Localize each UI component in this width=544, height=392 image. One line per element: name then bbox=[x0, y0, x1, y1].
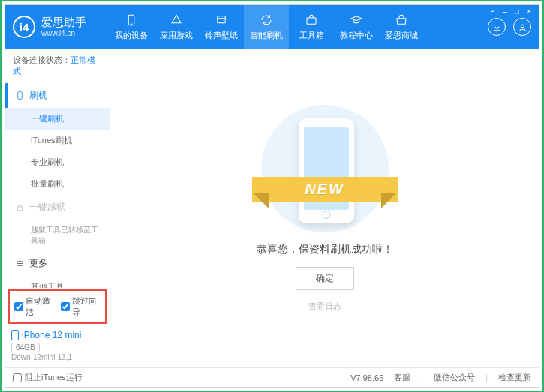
ribbon-text: NEW bbox=[305, 181, 344, 198]
sidebar-item-itunes[interactable]: iTunes刷机 bbox=[5, 130, 110, 151]
confirm-button[interactable]: 确定 bbox=[296, 267, 354, 290]
nav-toolbox[interactable]: 工具箱 bbox=[289, 5, 334, 49]
footer: 阻止iTunes运行 V7.98.66 客服 | 微信公众号 | 检查更新 bbox=[5, 367, 539, 387]
close-icon[interactable]: × bbox=[524, 7, 534, 16]
nav-label: 爱思商城 bbox=[385, 30, 418, 41]
window-controls: ≡ – □ × bbox=[488, 7, 534, 16]
sidebar-item-batch[interactable]: 批量刷机 bbox=[5, 173, 110, 195]
store-icon bbox=[395, 13, 408, 27]
nav-label: 铃声壁纸 bbox=[205, 30, 238, 41]
success-message: 恭喜您，保资料刷机成功啦！ bbox=[257, 243, 393, 256]
block-itunes-checkbox[interactable]: 阻止iTunes运行 bbox=[13, 372, 83, 383]
svg-rect-2 bbox=[218, 16, 226, 22]
section-more[interactable]: 更多 bbox=[5, 251, 110, 276]
option-checkboxes: 自动激活 跳过向导 bbox=[8, 289, 107, 324]
nav-label: 智能刷机 bbox=[250, 30, 283, 41]
section-flash[interactable]: 刷机 bbox=[5, 83, 110, 108]
section-jailbreak: 一键越狱 bbox=[5, 195, 110, 220]
phone-illustration-icon bbox=[299, 118, 354, 223]
brand: i4 爱思助手 www.i4.cn bbox=[5, 5, 109, 49]
phone-icon bbox=[125, 13, 138, 27]
svg-point-4 bbox=[521, 24, 524, 27]
sidebar-item-oneclick[interactable]: 一键刷机 bbox=[5, 108, 110, 130]
view-log-link[interactable]: 查看日志 bbox=[308, 301, 341, 312]
checkbox-label: 自动激活 bbox=[26, 295, 55, 318]
refresh-icon bbox=[260, 13, 273, 27]
check-update-link[interactable]: 检查更新 bbox=[498, 372, 531, 383]
device-storage-badge: 64GB bbox=[11, 343, 40, 352]
block-itunes-input[interactable] bbox=[13, 373, 22, 382]
auto-activate-input[interactable] bbox=[14, 302, 23, 311]
music-icon bbox=[215, 13, 228, 27]
nav-ringtones[interactable]: 铃声壁纸 bbox=[199, 5, 244, 49]
connection-status: 设备连接状态：正常模式 bbox=[5, 49, 110, 83]
nav-apps[interactable]: 应用游戏 bbox=[154, 5, 199, 49]
sidebar-item-pro[interactable]: 专业刷机 bbox=[5, 151, 110, 173]
download-button[interactable] bbox=[488, 18, 506, 36]
device-name: iPhone 12 mini bbox=[11, 330, 104, 340]
wechat-link[interactable]: 微信公众号 bbox=[434, 372, 475, 383]
service-link[interactable]: 客服 bbox=[394, 372, 410, 383]
skip-setup-input[interactable] bbox=[61, 302, 70, 311]
sidebar-item-other[interactable]: 其他工具 bbox=[5, 276, 110, 288]
nav-label: 教程中心 bbox=[340, 30, 373, 41]
graduation-icon bbox=[350, 13, 363, 27]
top-nav: 我的设备 应用游戏 铃声壁纸 智能刷机 工具箱 教程中心 bbox=[109, 5, 480, 49]
apps-icon bbox=[170, 13, 183, 27]
success-illustration: NEW bbox=[261, 105, 389, 232]
checkbox-label: 跳过向导 bbox=[72, 295, 101, 318]
nav-label: 工具箱 bbox=[299, 30, 324, 41]
user-button[interactable] bbox=[513, 18, 531, 36]
new-ribbon: NEW bbox=[252, 177, 398, 202]
main-panel: NEW 恭喜您，保资料刷机成功啦！ 确定 查看日志 bbox=[110, 49, 539, 367]
section-label: 更多 bbox=[29, 257, 47, 270]
max-icon[interactable]: □ bbox=[512, 7, 522, 16]
version-label: V7.98.66 bbox=[350, 373, 383, 382]
nav-store[interactable]: 爱思商城 bbox=[379, 5, 424, 49]
nav-tutorials[interactable]: 教程中心 bbox=[334, 5, 379, 49]
auto-activate-checkbox[interactable]: 自动激活 bbox=[14, 295, 55, 318]
nav-label: 我的设备 bbox=[115, 30, 148, 41]
brand-logo-icon: i4 bbox=[13, 16, 35, 38]
menu-icon[interactable]: ≡ bbox=[488, 7, 498, 16]
device-info[interactable]: iPhone 12 mini 64GB Down-12mini-13,1 bbox=[5, 325, 110, 367]
brand-name: 爱思助手 bbox=[41, 16, 86, 29]
status-label: 设备连接状态： bbox=[13, 55, 71, 64]
section-label: 刷机 bbox=[29, 89, 47, 102]
section-label: 一键越狱 bbox=[29, 201, 65, 214]
lock-icon bbox=[14, 202, 25, 213]
menu-icon bbox=[14, 259, 25, 269]
svg-rect-5 bbox=[17, 92, 21, 100]
device-firmware: Down-12mini-13,1 bbox=[11, 353, 104, 361]
svg-rect-6 bbox=[17, 207, 23, 211]
sidebar: 设备连接状态：正常模式 刷机 一键刷机 iTunes刷机 专业刷机 批量刷机 一… bbox=[5, 49, 110, 367]
phone-icon bbox=[14, 91, 25, 101]
checkbox-label: 阻止iTunes运行 bbox=[25, 372, 83, 383]
brand-url: www.i4.cn bbox=[41, 29, 86, 37]
title-bar: ≡ – □ × i4 爱思助手 www.i4.cn 我的设备 应用游戏 铃声壁纸 bbox=[5, 5, 539, 49]
nav-label: 应用游戏 bbox=[160, 30, 193, 41]
jailbreak-note: 越狱工具已转移至工具箱 bbox=[5, 220, 110, 251]
min-icon[interactable]: – bbox=[500, 7, 510, 16]
svg-rect-3 bbox=[307, 18, 316, 24]
nav-flash[interactable]: 智能刷机 bbox=[244, 5, 289, 49]
skip-setup-checkbox[interactable]: 跳过向导 bbox=[61, 295, 101, 318]
toolbox-icon bbox=[305, 13, 318, 27]
nav-devices[interactable]: 我的设备 bbox=[109, 5, 154, 49]
